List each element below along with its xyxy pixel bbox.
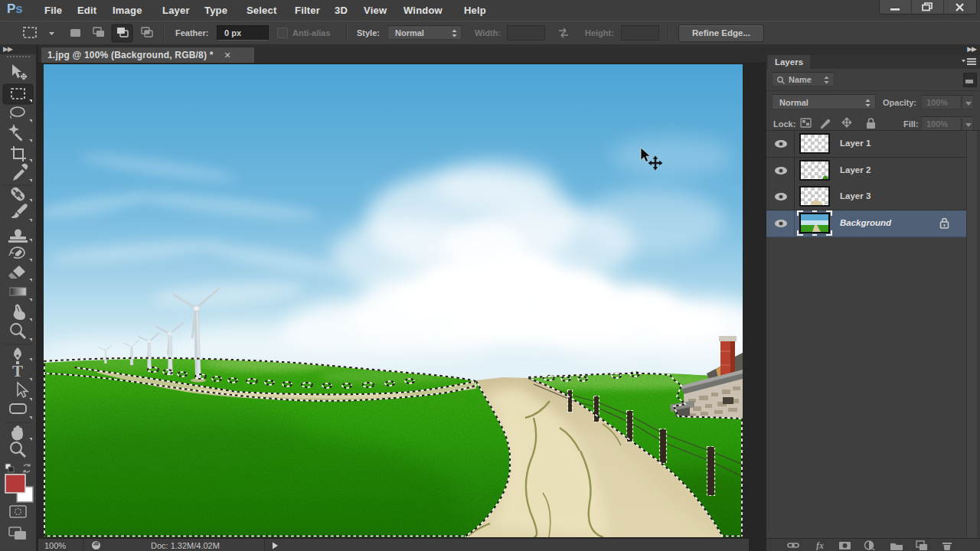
svg-text:fx: fx: [816, 540, 824, 550]
svg-text:T: T: [12, 362, 23, 380]
